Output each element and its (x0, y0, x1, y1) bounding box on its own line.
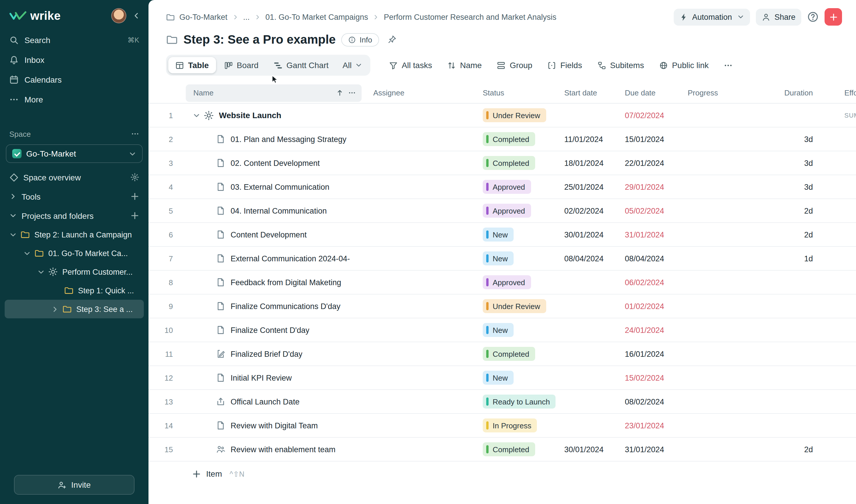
due-date-cell[interactable]: 15/02/2024 (619, 373, 683, 382)
toolbar-button-group[interactable]: Group (491, 57, 538, 73)
status-cell[interactable]: Completed (473, 347, 555, 361)
due-date-cell[interactable]: 24/01/2024 (619, 326, 683, 334)
invite-button[interactable]: Invite (14, 475, 135, 495)
sidebar-item-more[interactable]: More (0, 90, 149, 109)
status-cell[interactable]: New (473, 371, 555, 385)
start-date-cell[interactable]: 30/01/2024 (555, 230, 619, 239)
add-item-button[interactable]: Item ^⇧N (149, 462, 856, 479)
due-date-cell[interactable]: 15/01/2024 (619, 135, 683, 143)
status-badge[interactable]: Approved (483, 275, 531, 289)
effort-cell[interactable]: SUM (821, 112, 856, 119)
task-name-cell[interactable]: Finalize Content D'day (184, 325, 365, 335)
sidebar-item-projects-folders[interactable]: Projects and folders (0, 206, 149, 225)
add-project-icon[interactable] (130, 211, 139, 220)
toolbar-more-button[interactable] (718, 57, 738, 73)
info-button[interactable]: Info (342, 33, 379, 46)
start-date-cell[interactable]: 25/01/2024 (555, 182, 619, 191)
column-menu-icon[interactable] (348, 89, 356, 96)
status-cell[interactable]: Approved (473, 275, 555, 289)
task-name-cell[interactable]: External Communication 2024-04- (184, 254, 365, 263)
due-date-cell[interactable]: 29/01/2024 (619, 182, 683, 191)
task-name-cell[interactable]: Review with Digital Team (184, 421, 365, 430)
status-badge[interactable]: Ready to Launch (483, 395, 556, 409)
status-badge[interactable]: Approved (483, 204, 531, 218)
duration-cell[interactable]: 3d (768, 135, 821, 143)
table-row[interactable]: 10Finalize Content D'dayNew24/01/2024 (149, 318, 856, 342)
duration-cell[interactable]: 2d (768, 206, 821, 215)
column-header-due-date[interactable]: Due date (619, 88, 683, 97)
start-date-cell[interactable]: 18/01/2024 (555, 159, 619, 167)
status-badge[interactable]: Completed (483, 156, 535, 170)
task-name-cell[interactable]: 02. Content Development (184, 158, 365, 168)
duration-cell[interactable]: 2d (768, 445, 821, 454)
sidebar-tree-perform-customer[interactable]: Perform Customer... (0, 263, 149, 281)
add-tool-icon[interactable] (130, 192, 139, 201)
table-row[interactable]: 8Feedback from Digital MaketingApproved0… (149, 271, 856, 294)
status-badge[interactable]: New (483, 251, 513, 265)
view-filter-all[interactable]: All (337, 57, 368, 73)
view-tab-table[interactable]: Table (168, 57, 216, 73)
status-cell[interactable]: Approved (473, 180, 555, 194)
status-badge[interactable]: New (483, 371, 513, 385)
status-cell[interactable]: In Progress (473, 418, 555, 432)
due-date-cell[interactable]: 08/04/2024 (619, 254, 683, 263)
status-cell[interactable]: Under Review (473, 299, 555, 313)
table-row[interactable]: 201. Plan and Messaging StrategyComplete… (149, 127, 856, 151)
table-row[interactable]: 7External Communication 2024-04-New08/04… (149, 247, 856, 271)
status-cell[interactable]: New (473, 228, 555, 241)
status-badge[interactable]: Completed (483, 132, 535, 146)
task-name-cell[interactable]: Finalize Communications D'day (184, 302, 365, 311)
table-row[interactable]: 11Finalized Brief D'dayCompleted16/01/20… (149, 342, 856, 366)
table-row[interactable]: 403. External CommunicationApproved25/01… (149, 175, 856, 199)
task-name-cell[interactable]: Offical Launch Date (184, 397, 365, 406)
start-date-cell[interactable]: 02/02/2024 (555, 206, 619, 215)
status-cell[interactable]: Completed (473, 442, 555, 456)
duration-cell[interactable]: 1d (768, 254, 821, 263)
task-name-cell[interactable]: Website Launch (184, 110, 365, 120)
status-cell[interactable]: Completed (473, 132, 555, 146)
toolbar-button-subitems[interactable]: Subitems (591, 57, 650, 73)
due-date-cell[interactable]: 31/01/2024 (619, 445, 683, 454)
breadcrumb-go-to-market[interactable]: Go-To-Market (179, 13, 227, 21)
due-date-cell[interactable]: 16/01/2024 (619, 349, 683, 358)
due-date-cell[interactable]: 06/02/2024 (619, 278, 683, 287)
sidebar-item-tools[interactable]: Tools (0, 187, 149, 206)
due-date-cell[interactable]: 01/02/2024 (619, 302, 683, 310)
table-row[interactable]: 1Website LaunchUnder Review07/02/2024SUM (149, 104, 856, 127)
sidebar-tree-step-2-launch-a-campaign[interactable]: Step 2: Launch a Campaign (0, 225, 149, 244)
due-date-cell[interactable]: 22/01/2024 (619, 159, 683, 167)
status-badge[interactable]: In Progress (483, 418, 537, 432)
due-date-cell[interactable]: 05/02/2024 (619, 206, 683, 215)
space-more-icon[interactable] (131, 130, 139, 138)
task-name-cell[interactable]: Feedback from Digital Maketing (184, 277, 365, 287)
table-row[interactable]: 9Finalize Communications D'dayUnder Revi… (149, 294, 856, 318)
view-tab-board[interactable]: Board (217, 57, 265, 73)
table-row[interactable]: 13Offical Launch DateReady to Launch08/0… (149, 390, 856, 414)
collapse-sidebar-icon[interactable] (132, 12, 140, 20)
start-date-cell[interactable]: 08/04/2024 (555, 254, 619, 263)
task-name-cell[interactable]: 01. Plan and Messaging Strategy (184, 134, 365, 144)
status-badge[interactable]: New (483, 323, 513, 337)
column-header-start-date[interactable]: Start date (555, 88, 619, 97)
share-button[interactable]: Share (756, 8, 801, 25)
table-row[interactable]: 6Content DevelopmentNew30/01/202431/01/2… (149, 223, 856, 247)
status-cell[interactable]: New (473, 323, 555, 337)
create-button[interactable] (824, 8, 842, 25)
due-date-cell[interactable]: 23/01/2024 (619, 421, 683, 430)
status-badge[interactable]: Under Review (483, 299, 546, 313)
status-badge[interactable]: Approved (483, 180, 531, 194)
task-name-cell[interactable]: 03. External Communication (184, 182, 365, 192)
status-cell[interactable]: Ready to Launch (473, 395, 555, 409)
sort-ascending-icon[interactable] (336, 89, 344, 96)
status-cell[interactable]: Under Review (473, 108, 555, 122)
table-row[interactable]: 12Initial KPI ReviewNew15/02/2024 (149, 366, 856, 390)
automation-button[interactable]: Automation (674, 8, 750, 25)
view-tab-gantt-chart[interactable]: Gantt Chart (267, 57, 336, 73)
task-name-cell[interactable]: Initial KPI Review (184, 373, 365, 382)
duration-cell[interactable]: 3d (768, 159, 821, 167)
space-selector[interactable]: Go-To-Market (6, 144, 143, 163)
column-header-duration[interactable]: Duration (768, 88, 821, 97)
toolbar-button-fields[interactable]: Fields (542, 57, 588, 73)
sidebar-tree-step-1-quick[interactable]: Step 1: Quick ... (0, 281, 149, 300)
breadcrumb-campaigns[interactable]: 01. Go-To Market Campaigns (265, 13, 368, 21)
